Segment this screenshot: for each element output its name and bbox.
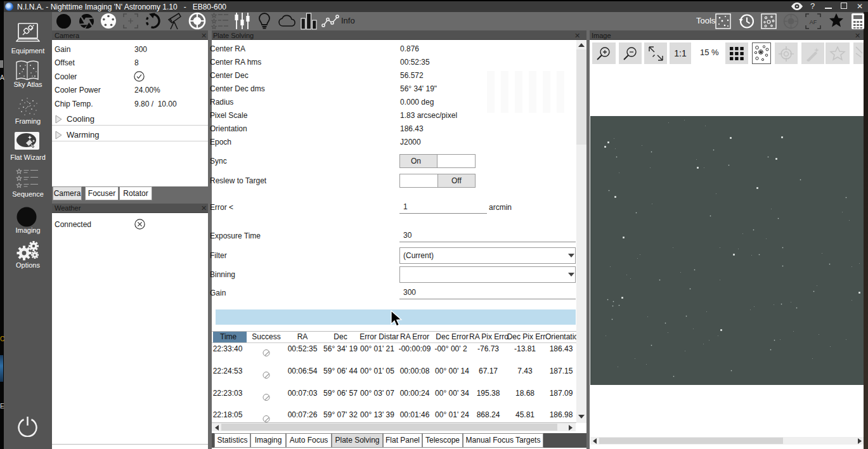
svg-text:AF: AF [810,19,817,25]
